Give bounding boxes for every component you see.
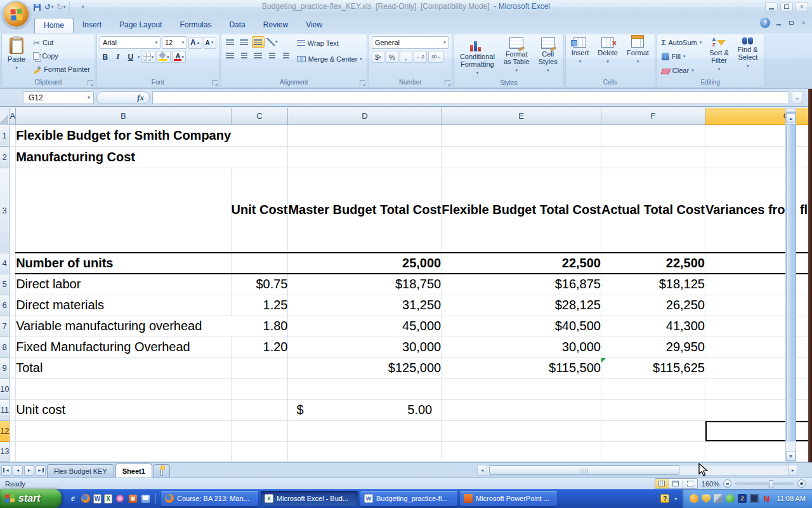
increase-decimal-button[interactable]: ←.0 [414, 51, 427, 63]
accounting-format-button[interactable]: $▾ [372, 51, 384, 63]
column-header-a[interactable]: A [10, 108, 16, 124]
copy-button[interactable]: Copy [31, 50, 92, 62]
cell[interactable] [10, 441, 16, 461]
cell[interactable] [231, 146, 288, 168]
fill-button[interactable]: ↓Fill▾ [660, 50, 704, 63]
name-box-dropdown-icon[interactable]: ▾ [84, 95, 93, 100]
chevron-down-icon[interactable]: ▾ [747, 62, 749, 70]
chevron-down-icon[interactable]: ▾ [167, 55, 169, 60]
row-header-8[interactable]: 8 [0, 337, 10, 358]
cell[interactable] [442, 399, 601, 420]
zoom-slider-thumb[interactable] [769, 480, 773, 488]
tools-tray-icon[interactable] [714, 494, 723, 503]
sheet-tab-sheet1[interactable]: Sheet1 [115, 464, 152, 478]
align-left-button[interactable] [224, 50, 237, 61]
wrap-text-button[interactable]: Wrap Text [295, 37, 364, 50]
cell[interactable] [10, 337, 16, 358]
cell[interactable] [231, 124, 288, 146]
workbook-close-button[interactable]: × [799, 19, 808, 27]
hide-inactive-icons-button[interactable]: ▾ [672, 494, 679, 503]
scroll-left-button[interactable]: ◄ [478, 465, 487, 475]
delete-cells-button[interactable]: Delete ▾ [594, 36, 621, 67]
horizontal-scrollbar[interactable]: ◄ ► [477, 465, 798, 476]
row-header-13[interactable]: 13 [0, 441, 10, 461]
cell-e7[interactable]: $40,500 [442, 316, 601, 337]
underline-button[interactable]: U [125, 51, 136, 63]
cell[interactable] [231, 378, 288, 399]
cell-f4[interactable]: 22,500 [601, 253, 705, 274]
tab-data[interactable]: Data [220, 18, 254, 33]
chevron-down-icon[interactable]: ▾ [181, 55, 184, 60]
cell[interactable] [10, 124, 16, 146]
cell[interactable] [10, 399, 16, 420]
cell-f7[interactable]: 41,300 [601, 316, 705, 337]
chevron-down-icon[interactable]: ▾ [360, 57, 362, 62]
scroll-down-button[interactable]: ▼ [786, 451, 796, 461]
chevron-down-icon[interactable]: ▾ [606, 58, 609, 65]
align-center-button[interactable] [238, 50, 251, 61]
row-header-6[interactable]: 6 [0, 295, 10, 316]
normal-view-button[interactable] [655, 479, 669, 488]
internet-explorer-icon[interactable]: e [68, 493, 78, 504]
chevron-down-icon[interactable]: ▾ [181, 40, 184, 45]
cell[interactable] [601, 441, 705, 461]
font-dialog-launcher[interactable] [212, 80, 218, 86]
row-header-2[interactable]: 2 [0, 146, 10, 168]
increase-indent-button[interactable] [280, 50, 292, 61]
cell[interactable] [231, 420, 288, 441]
cell[interactable] [231, 441, 288, 461]
zoom-out-button[interactable] [723, 479, 731, 488]
tab-home[interactable]: Home [34, 18, 74, 33]
align-top-button[interactable] [224, 36, 237, 48]
chevron-down-icon[interactable]: ▾ [700, 40, 702, 45]
row-header-7[interactable]: 7 [0, 316, 10, 337]
merge-center-button[interactable]: Merge & Center▾ [295, 53, 364, 65]
cell-c9[interactable] [231, 358, 288, 378]
cell[interactable] [16, 441, 231, 461]
cell-e4[interactable]: 22,500 [442, 253, 601, 274]
cell[interactable] [10, 146, 16, 168]
cell[interactable] [601, 420, 705, 441]
cell-e5[interactable]: $16,875 [442, 274, 601, 295]
sort-filter-button[interactable]: AZ Sort & Filter ▾ [706, 36, 732, 74]
cell-d11[interactable]: $5.00 [288, 399, 442, 420]
paste-button[interactable]: Paste ▾ [4, 36, 29, 73]
tab-review[interactable]: Review [254, 18, 297, 33]
font-family-combo[interactable]: Arial▾ [100, 36, 160, 49]
close-button[interactable]: × [796, 2, 808, 11]
cell-f6[interactable]: 26,250 [601, 295, 705, 316]
help-button[interactable]: ? [760, 18, 770, 28]
page-break-view-button[interactable] [683, 479, 697, 488]
office-button[interactable] [3, 1, 30, 28]
cell-d5[interactable]: $18,750 [288, 274, 442, 295]
last-sheet-button[interactable]: ► [36, 465, 46, 476]
zoom-in-button[interactable] [797, 479, 806, 488]
cell[interactable] [288, 441, 442, 461]
cell-c8[interactable]: 1.20 [231, 337, 288, 358]
chevron-down-icon[interactable]: ▾ [579, 58, 582, 65]
chevron-down-icon[interactable]: ▾ [516, 67, 518, 74]
clipboard-dialog-launcher[interactable] [88, 80, 93, 86]
taskbar-clock[interactable]: 11:08 AM [776, 495, 806, 502]
cell-d8[interactable]: 30,000 [288, 337, 442, 358]
column-header-b[interactable]: B [16, 108, 231, 124]
percent-style-button[interactable]: % [386, 51, 398, 63]
cell-e6[interactable]: $28,125 [442, 295, 601, 316]
previous-sheet-button[interactable]: ◄ [13, 465, 23, 476]
sheet-tab-flex-budget-key[interactable]: Flex Budget KEY [47, 464, 114, 478]
access-icon[interactable] [115, 493, 125, 504]
row-header-5[interactable]: 5 [0, 274, 10, 295]
cell[interactable] [288, 146, 442, 168]
cell[interactable] [442, 420, 601, 441]
antivirus-tray-icon[interactable] [726, 494, 735, 503]
cell[interactable] [16, 378, 231, 399]
font-size-combo[interactable]: 12▾ [162, 36, 187, 49]
norton-tray-icon[interactable]: N [762, 494, 771, 503]
task-button-excel[interactable]: X Microsoft Excel - Bud... [261, 491, 358, 506]
cell[interactable] [10, 378, 16, 399]
windows-explorer-icon[interactable] [140, 493, 150, 504]
select-all-corner[interactable] [0, 108, 10, 124]
chevron-down-icon[interactable]: ▾ [718, 65, 721, 73]
grow-font-button[interactable]: A▲ [188, 37, 202, 49]
align-middle-button[interactable] [238, 36, 251, 48]
